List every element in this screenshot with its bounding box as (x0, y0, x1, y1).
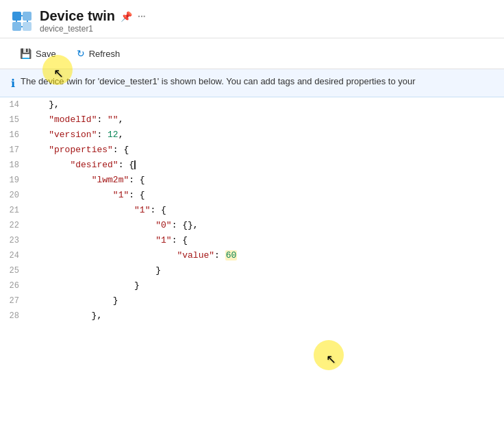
save-icon: 💾 (20, 48, 32, 59)
line-content: "1": { (27, 233, 504, 248)
line-number: 22 (0, 218, 27, 233)
line-number: 21 (0, 203, 27, 218)
line-number: 17 (0, 143, 27, 158)
code-line: 24 "value": 60 (0, 248, 504, 263)
line-content: "version": 12, (27, 128, 504, 143)
code-line: 17 "properties": { (0, 143, 504, 158)
line-number: 20 (0, 188, 27, 203)
pin-icon[interactable]: 📌 (121, 11, 132, 22)
refresh-label: Refresh (89, 49, 121, 59)
code-line: 23 "1": { (0, 233, 504, 248)
code-line: 15 "modelId": "", (0, 112, 504, 128)
title-group: Device twin 📌 ··· device_tester1 (40, 8, 493, 34)
toolbar: 💾 Save ↻ Refresh ↖ (0, 38, 504, 69)
refresh-icon: ↻ (77, 48, 85, 59)
code-line: 25 } (0, 263, 504, 278)
line-number: 25 (0, 263, 27, 278)
line-content: "modelId": "", (27, 112, 504, 128)
more-options-icon[interactable]: ··· (138, 11, 146, 22)
code-line: 19 "lwm2m": { (0, 173, 504, 188)
code-line: 22 "0": {}, (0, 218, 504, 233)
code-line: 28 }, (0, 309, 504, 324)
svg-rect-2 (12, 22, 21, 31)
line-number: 28 (0, 309, 27, 324)
line-content: "lwm2m": { (27, 173, 504, 188)
code-line: 20 "1": { (0, 188, 504, 203)
svg-rect-0 (12, 12, 21, 21)
info-icon: ℹ (11, 77, 15, 90)
line-number: 24 (0, 248, 27, 263)
line-number: 26 (0, 278, 27, 293)
save-button[interactable]: 💾 Save (11, 44, 65, 63)
line-content: } (27, 278, 504, 293)
page-title: Device twin 📌 ··· (40, 8, 493, 24)
line-content: }, (27, 97, 504, 112)
line-number: 18 (0, 158, 27, 173)
line-number: 19 (0, 173, 27, 188)
svg-rect-3 (23, 22, 32, 31)
line-number: 16 (0, 128, 27, 143)
refresh-button[interactable]: ↻ Refresh (68, 44, 129, 63)
page-header: Device twin 📌 ··· device_tester1 (0, 0, 504, 38)
line-content: } (27, 293, 504, 309)
svg-rect-1 (23, 12, 32, 21)
code-line: 26 } (0, 278, 504, 293)
title-text: Device twin (40, 8, 115, 24)
line-content: "desired": { (27, 158, 504, 173)
line-content: "0": {}, (27, 218, 504, 233)
line-content: "value": 60 (27, 248, 504, 263)
line-content: "1": { (27, 188, 504, 203)
line-number: 23 (0, 233, 27, 248)
code-editor[interactable]: 14 },15 "modelId": "",16 "version": 12,1… (0, 97, 504, 324)
code-line: 21 "1": { (0, 203, 504, 218)
cursor-highlight-2 (314, 340, 344, 370)
device-twin-icon (11, 10, 33, 32)
line-content: "1": { (27, 203, 504, 218)
info-banner: ℹ The device twin for 'device_tester1' i… (0, 69, 504, 97)
line-number: 15 (0, 112, 27, 128)
page-subtitle: device_tester1 (40, 24, 493, 34)
line-number: 14 (0, 97, 27, 112)
code-line: 16 "version": 12, (0, 128, 504, 143)
code-line: 18 "desired": { (0, 158, 504, 173)
cursor-arrow-2: ↖ (326, 352, 336, 367)
line-number: 27 (0, 293, 27, 309)
line-content: } (27, 263, 504, 278)
code-line: 14 }, (0, 97, 504, 112)
line-content: }, (27, 309, 504, 324)
save-label: Save (36, 49, 56, 59)
info-text: The device twin for 'device_tester1' is … (21, 76, 416, 86)
code-line: 27 } (0, 293, 504, 309)
line-content: "properties": { (27, 143, 504, 158)
